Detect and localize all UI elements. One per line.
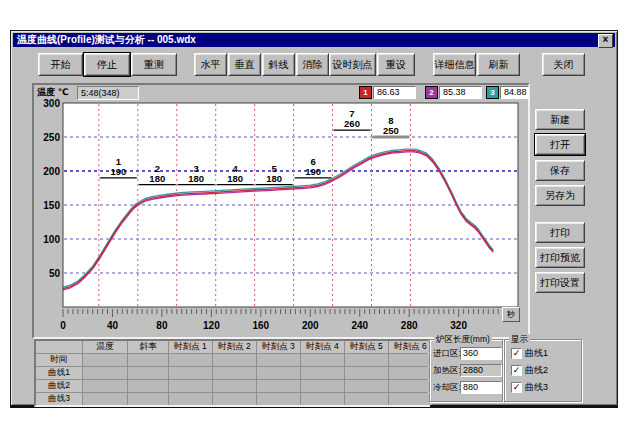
furnace-field-input[interactable]: 360 bbox=[460, 347, 502, 360]
side-button-打印[interactable]: 打印 bbox=[535, 222, 585, 243]
furnace-field-input[interactable]: 880 bbox=[460, 381, 502, 394]
table-cell bbox=[128, 393, 168, 405]
table-cell bbox=[257, 380, 300, 392]
table-cell bbox=[213, 380, 256, 392]
window-title: 温度曲线(Profile)测试与分析 -- 005.wdx bbox=[13, 33, 196, 47]
side-button-打印预览[interactable]: 打印预览 bbox=[535, 247, 585, 268]
table-cell bbox=[301, 393, 344, 405]
table-cell bbox=[257, 393, 300, 405]
furnace-zone-groupbox: 炉区长度(mm) 进口区:360加热区:2880冷却区:880 bbox=[429, 339, 503, 402]
side-button-打开[interactable]: 打开 bbox=[535, 134, 585, 155]
table-cell bbox=[213, 367, 256, 379]
toolbar-button-水平[interactable]: 水平 bbox=[194, 53, 227, 76]
toolbar-button-设时刻点[interactable]: 设时刻点 bbox=[329, 53, 376, 76]
table-column-header: 时刻点 3 bbox=[257, 341, 300, 353]
table-cell bbox=[301, 354, 344, 366]
table-column-header: 时刻点 4 bbox=[301, 341, 344, 353]
display-groupbox-title: 显示 bbox=[509, 334, 530, 346]
profile-chart-svg: 1190218031804180518061907260825004080120… bbox=[34, 85, 524, 333]
table-cell bbox=[169, 393, 212, 405]
toolbar-button-刷新[interactable]: 刷新 bbox=[477, 53, 520, 76]
table-column-header: 时刻点 5 bbox=[345, 341, 388, 353]
side-button-新建[interactable]: 新建 bbox=[535, 109, 585, 130]
table-cell bbox=[83, 354, 127, 366]
table-cell bbox=[389, 354, 432, 366]
curve-visibility-label: 曲线3 bbox=[525, 381, 548, 394]
table-cell bbox=[169, 367, 212, 379]
table-cell bbox=[389, 367, 432, 379]
svg-text:150: 150 bbox=[43, 200, 60, 211]
toolbar-button-关闭[interactable]: 关闭 bbox=[542, 53, 585, 76]
furnace-field-label: 冷却区: bbox=[433, 382, 460, 394]
furnace-field-label: 加热区: bbox=[433, 365, 460, 377]
toolbar-button-垂直[interactable]: 垂直 bbox=[228, 53, 261, 76]
svg-text:180: 180 bbox=[266, 173, 282, 184]
toolbar-button-开始[interactable]: 开始 bbox=[38, 53, 83, 76]
display-groupbox: 显示 ✓曲线1✓曲线2✓曲线3 bbox=[504, 339, 582, 402]
table-column-header: 时刻点 6 bbox=[389, 341, 432, 353]
table-cell bbox=[128, 367, 168, 379]
toolbar-button-停止[interactable]: 停止 bbox=[84, 53, 130, 76]
table-cell bbox=[257, 367, 300, 379]
screenshot-root: { "window": { "title": "温度曲线(Profile)测试与… bbox=[0, 0, 621, 438]
table-cell bbox=[345, 354, 388, 366]
table-row-header: 曲线1 bbox=[36, 367, 82, 379]
table-corner-cell bbox=[36, 341, 82, 353]
curve-visibility-checkbox[interactable]: ✓ bbox=[511, 348, 522, 359]
svg-text:180: 180 bbox=[188, 173, 204, 184]
side-button-另存为[interactable]: 另存为 bbox=[535, 185, 585, 206]
toolbar-button-重设[interactable]: 重设 bbox=[377, 53, 415, 76]
svg-text:120: 120 bbox=[203, 320, 220, 331]
curve-visibility-label: 曲线1 bbox=[525, 347, 548, 360]
svg-text:240: 240 bbox=[351, 320, 368, 331]
table-cell bbox=[301, 367, 344, 379]
side-button-打印设置[interactable]: 打印设置 bbox=[535, 272, 585, 293]
table-cell bbox=[345, 393, 388, 405]
furnace-groupbox-title: 炉区长度(mm) bbox=[434, 334, 492, 346]
svg-text:50: 50 bbox=[49, 268, 61, 279]
table-cell bbox=[83, 393, 127, 405]
curve-visibility-checkbox[interactable]: ✓ bbox=[511, 382, 522, 393]
seconds-unit-button[interactable]: 秒 bbox=[502, 307, 520, 322]
svg-text:160: 160 bbox=[252, 320, 269, 331]
svg-text:0: 0 bbox=[60, 320, 66, 331]
curve-visibility-checkbox[interactable]: ✓ bbox=[511, 365, 522, 376]
svg-text:260: 260 bbox=[344, 118, 360, 129]
toolbar-button-斜线[interactable]: 斜线 bbox=[262, 53, 295, 76]
table-column-header: 温度 bbox=[83, 341, 127, 353]
svg-text:300: 300 bbox=[43, 98, 60, 109]
table-cell bbox=[128, 354, 168, 366]
table-cell bbox=[169, 380, 212, 392]
table-row-header: 曲线2 bbox=[36, 380, 82, 392]
table-row-header: 曲线3 bbox=[36, 393, 82, 405]
app-window: 温度曲线(Profile)测试与分析 -- 005.wdx × 开始停止重测水平… bbox=[10, 30, 618, 408]
table-cell bbox=[83, 367, 127, 379]
toolbar-button-重测[interactable]: 重测 bbox=[131, 53, 177, 76]
svg-text:100: 100 bbox=[43, 234, 60, 245]
table-cell bbox=[128, 380, 168, 392]
table-cell bbox=[257, 354, 300, 366]
svg-text:280: 280 bbox=[401, 320, 418, 331]
table-cell bbox=[169, 354, 212, 366]
curve-visibility-label: 曲线2 bbox=[525, 364, 548, 377]
table-cell bbox=[389, 380, 432, 392]
table-cell bbox=[345, 380, 388, 392]
table-cell bbox=[213, 354, 256, 366]
table-column-header: 时刻点 1 bbox=[169, 341, 212, 353]
svg-text:190: 190 bbox=[305, 166, 321, 177]
measurement-table: 温度斜率时刻点 1时刻点 2时刻点 3时刻点 4时刻点 5时刻点 6时间曲线1曲… bbox=[34, 339, 430, 407]
table-cell bbox=[389, 393, 432, 405]
title-bar[interactable]: 温度曲线(Profile)测试与分析 -- 005.wdx × bbox=[13, 33, 615, 47]
close-icon[interactable]: × bbox=[598, 34, 613, 48]
toolbar-button-详细信息[interactable]: 详细信息 bbox=[433, 53, 476, 76]
table-column-header: 时刻点 2 bbox=[213, 341, 256, 353]
furnace-field-label: 进口区: bbox=[433, 348, 460, 360]
svg-text:180: 180 bbox=[149, 173, 165, 184]
toolbar-button-消除[interactable]: 消除 bbox=[296, 53, 329, 76]
table-cell bbox=[301, 380, 344, 392]
table-column-header: 斜率 bbox=[128, 341, 168, 353]
svg-text:190: 190 bbox=[110, 166, 126, 177]
chart-panel: 温度 ℃ 5:48(348) 186.63285.38384.88 119021… bbox=[32, 83, 530, 339]
side-button-保存[interactable]: 保存 bbox=[535, 160, 585, 181]
svg-text:250: 250 bbox=[43, 132, 60, 143]
